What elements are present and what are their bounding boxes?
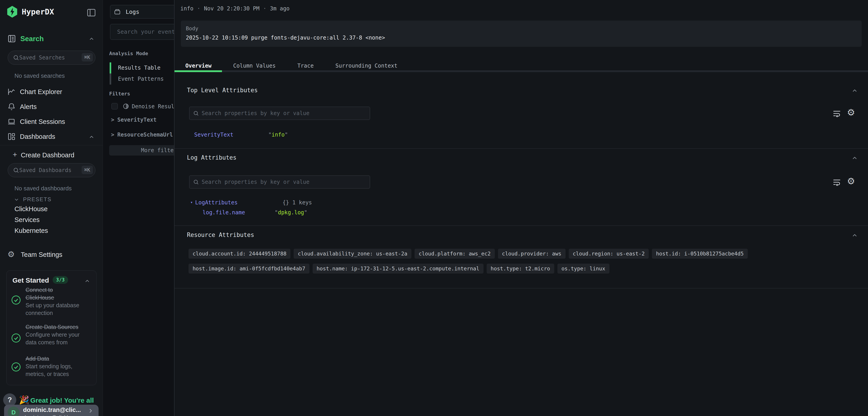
sidebar-item-chart-explorer[interactable]: Chart Explorer <box>0 87 103 97</box>
top-level-search-field[interactable] <box>202 110 328 116</box>
resource-chip[interactable]: cloud.account.id: 244449518788 <box>188 249 290 259</box>
resource-chip[interactable]: cloud.platform: aws_ec2 <box>414 249 495 259</box>
sidebar-collapse-icon[interactable] <box>86 8 96 18</box>
mode-event-patterns[interactable]: Event Patterns <box>110 73 164 85</box>
chevron-up-icon[interactable] <box>88 134 95 140</box>
attribute-tree-root: ▾ LogAttributes {} 1 keys <box>190 200 238 206</box>
body-card: Body 2025-10-22 10:15:09 purge fonts-dej… <box>181 21 862 47</box>
resource-chip[interactable]: host.type: t2.micro <box>487 264 554 273</box>
archive-box-icon <box>114 8 121 15</box>
resource-chip[interactable]: host.id: i-0510b81275acbe4d5 <box>652 249 748 259</box>
log-attributes-search-input[interactable] <box>189 175 370 188</box>
create-dashboard-label: Create Dashboard <box>21 151 74 159</box>
gear-icon[interactable]: ⚙ <box>847 107 855 118</box>
resource-chip[interactable]: host.image.id: ami-0f5fcdfbd140e4ab7 <box>188 264 309 273</box>
tab-surrounding-context[interactable]: Surrounding Context <box>324 60 408 71</box>
filter-group-label: ResourceSchemaUrl <box>117 131 173 138</box>
chevron-up-icon[interactable] <box>84 278 90 284</box>
attribute-value: "info" <box>268 131 288 138</box>
tab-column-values[interactable]: Column Values <box>222 60 287 71</box>
chevron-right-icon: > <box>111 117 114 123</box>
gear-icon[interactable]: ⚙ <box>847 176 855 186</box>
sidebar-item-search[interactable]: Search <box>0 34 103 44</box>
source-select-value: Logs <box>126 8 139 15</box>
filter-group-label: SeverityText <box>117 117 156 123</box>
check-circle-icon <box>11 362 21 372</box>
get-started-progress-badge: 3/3 <box>53 276 68 284</box>
create-dashboard-button[interactable]: + Create Dashboard <box>0 150 103 160</box>
wrap-lines-icon[interactable] <box>832 178 841 187</box>
tree-expand-icon[interactable]: ▾ <box>190 200 193 205</box>
chevron-right-icon: > <box>111 131 114 138</box>
sidebar-item-client-sessions[interactable]: Client Sessions <box>0 117 103 127</box>
presets-toggle[interactable]: PRESETS <box>0 195 103 204</box>
saved-searches-field[interactable] <box>19 55 80 61</box>
check-circle-icon <box>11 295 21 305</box>
sidebar-item-alerts[interactable]: Alerts <box>0 102 103 112</box>
preset-item-clickhouse[interactable]: ClickHouse <box>14 205 48 213</box>
resource-chip[interactable]: cloud.provider: aws <box>498 249 565 259</box>
get-started-step-2[interactable]: Create Data Sources Configure where your… <box>26 323 84 346</box>
resource-chip[interactable]: os.type: linux <box>557 264 610 273</box>
tab-trace[interactable]: Trace <box>286 60 324 71</box>
mode-results-table[interactable]: Results Table <box>110 62 160 73</box>
attribute-key[interactable]: SeverityText <box>194 131 233 138</box>
attribute-key[interactable]: LogAttributes <box>195 200 238 206</box>
event-detail-drawer: info · Nov 20 2:20:30 PM · 3m ago Body 2… <box>174 0 868 416</box>
get-started-step-3[interactable]: Add Data Start sending logs, metrics, or… <box>26 355 82 378</box>
wrap-lines-icon[interactable] <box>832 109 841 118</box>
search-icon <box>13 167 19 173</box>
resource-attributes-title: Resource Attributes <box>187 232 254 238</box>
severity-text: info <box>180 5 193 12</box>
get-started-title: Get Started <box>12 276 49 284</box>
search-icon <box>193 110 199 116</box>
step-title: Create Data Sources <box>26 323 84 331</box>
saved-dashboards-input[interactable]: ⌘K <box>8 163 95 177</box>
resource-chip[interactable]: host.name: ip-172-31-12-5.us-east-2.comp… <box>313 264 484 273</box>
tab-overview[interactable]: Overview <box>175 60 222 71</box>
sidebar-item-dashboards[interactable]: Dashboards <box>0 132 103 142</box>
laptop-icon <box>7 118 16 126</box>
user-account-button[interactable]: D dominic.tran@clic... dominic.tran@clic… <box>4 405 98 416</box>
team-settings-label: Team Settings <box>21 251 62 259</box>
keys-count: {} 1 keys <box>283 200 312 206</box>
tab-underline-active <box>175 70 222 72</box>
resource-chip[interactable]: cloud.availability_zone: us-east-2a <box>293 249 411 259</box>
event-header: info · Nov 20 2:20:30 PM · 3m ago <box>180 5 289 12</box>
shortcut-badge: ⌘K <box>82 53 93 61</box>
body-label: Body <box>186 26 198 31</box>
top-level-search-input[interactable] <box>189 107 370 120</box>
step-desc: Start sending logs, metrics, or traces <box>26 362 82 378</box>
search-section-icon <box>7 34 16 43</box>
analysis-mode-label: Analysis Mode <box>109 51 148 56</box>
section-divider <box>175 148 868 149</box>
chevron-down-icon <box>13 197 20 203</box>
step-title: Connect to ClickHouse <box>26 286 82 301</box>
chevron-up-icon[interactable] <box>851 155 858 161</box>
saved-searches-input[interactable]: ⌘K <box>8 51 95 65</box>
preset-item-kubernetes[interactable]: Kubernetes <box>14 227 48 234</box>
hyperdx-logo-icon <box>7 6 18 18</box>
user-name: dominic.tran@clic... <box>23 407 81 414</box>
avatar-initial: D <box>11 409 16 416</box>
log-attributes-search-field[interactable] <box>202 179 328 185</box>
sidebar-item-team-settings[interactable]: ⚙ Team Settings <box>0 249 103 260</box>
separator-dot: · <box>263 5 266 12</box>
get-started-step-1[interactable]: Connect to ClickHouse Set up your databa… <box>26 286 82 317</box>
denoise-label[interactable]: Denoise Results <box>132 103 181 110</box>
presets-label: PRESETS <box>23 196 52 203</box>
resource-chip[interactable]: cloud.region: us-east-2 <box>569 249 649 259</box>
chevron-up-icon[interactable] <box>88 36 95 42</box>
event-relative-time: 3m ago <box>270 5 289 12</box>
dashboard-grid-icon <box>7 132 16 141</box>
top-level-attributes-title: Top Level Attributes <box>187 87 258 94</box>
denoise-checkbox[interactable] <box>112 103 118 110</box>
saved-dashboards-field[interactable] <box>19 167 80 173</box>
sidebar: HyperDX Search ⌘K No saved searches Char… <box>0 0 103 416</box>
sidebar-item-label: Chart Explorer <box>20 88 62 96</box>
chevron-up-icon[interactable] <box>851 87 858 94</box>
attribute-key[interactable]: log.file.name <box>203 209 245 216</box>
preset-item-services[interactable]: Services <box>14 216 39 224</box>
step-title: Add Data <box>26 355 82 362</box>
chevron-up-icon[interactable] <box>851 232 858 239</box>
